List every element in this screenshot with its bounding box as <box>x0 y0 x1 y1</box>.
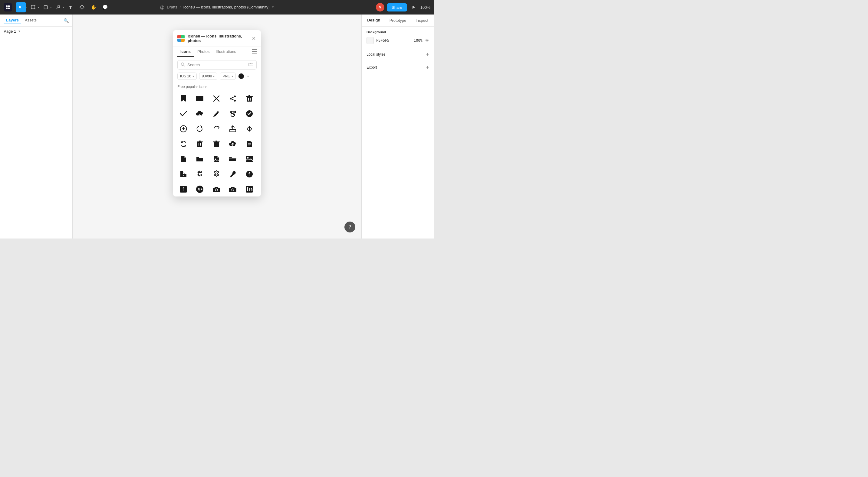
icon-reload[interactable] <box>209 122 224 136</box>
filter-format-chevron: ▾ <box>231 75 233 78</box>
icon-camera[interactable] <box>209 182 224 197</box>
tab-prototype[interactable]: Prototype <box>386 14 410 26</box>
icon-add-circle[interactable] <box>176 122 191 136</box>
icon-refresh[interactable] <box>192 122 207 136</box>
icon-wrench[interactable] <box>225 167 240 181</box>
bg-color-value[interactable]: F5F5F5 <box>376 38 411 43</box>
hand-tool[interactable]: ✋ <box>88 2 99 12</box>
plugin-folder-icon[interactable] <box>248 62 253 67</box>
app-logo[interactable] <box>4 3 12 11</box>
icon-photo-file[interactable] <box>209 152 224 166</box>
background-label: Background <box>367 30 429 34</box>
visibility-toggle[interactable]: 👁 <box>425 38 429 43</box>
plugin-title: Icons8 — icons, illustrations, photos <box>188 34 248 43</box>
help-button[interactable]: ? <box>344 222 355 233</box>
svg-point-16 <box>181 63 184 66</box>
icon-cloud-upload[interactable] <box>225 137 240 151</box>
shape-tool-group: ▾ <box>40 2 52 12</box>
breadcrumb-drafts[interactable]: Drafts <box>167 5 177 9</box>
tab-assets[interactable]: Assets <box>22 16 39 24</box>
plugin-close-button[interactable]: ✕ <box>251 35 257 41</box>
icon-share-all[interactable] <box>242 122 257 136</box>
pen-tool[interactable] <box>53 2 63 12</box>
icon-linkedin[interactable] <box>242 182 257 197</box>
filter-color[interactable] <box>238 73 244 79</box>
background-row: F5F5F5 100% 👁 <box>367 37 429 44</box>
svg-rect-25 <box>247 97 252 102</box>
svg-rect-66 <box>247 188 248 191</box>
icon-bookmark[interactable] <box>176 91 191 106</box>
icon-export[interactable] <box>225 122 240 136</box>
icon-checkmark[interactable] <box>176 106 191 121</box>
breadcrumb-chevron[interactable]: ▾ <box>272 5 274 9</box>
tab-design[interactable]: Design <box>362 14 386 26</box>
icon-trash3[interactable] <box>209 137 224 151</box>
plugin-nav-menu[interactable] <box>252 49 257 55</box>
icon-trash[interactable] <box>242 91 257 106</box>
page-selector[interactable]: Page 1 ▾ <box>0 27 72 36</box>
icon-google-plus[interactable]: G+ <box>192 182 207 197</box>
svg-rect-44 <box>214 142 219 147</box>
svg-point-53 <box>247 157 248 159</box>
svg-rect-42 <box>198 143 199 146</box>
icon-facebook-circle[interactable] <box>242 167 257 181</box>
icon-facebook-square[interactable] <box>176 182 191 197</box>
icon-trash2[interactable] <box>192 137 207 151</box>
icon-camera-roll[interactable] <box>225 182 240 197</box>
pen-tool-group: ▾ <box>53 2 64 12</box>
bg-opacity-value[interactable]: 100% <box>414 38 423 43</box>
icon-image[interactable] <box>242 152 257 166</box>
icon-share[interactable] <box>225 91 240 106</box>
plugin-nav: Icons Photos Illustrations <box>173 47 261 57</box>
tab-layers[interactable]: Layers <box>4 16 21 24</box>
icon-puzzle[interactable] <box>176 167 191 181</box>
comment-tool[interactable]: 💬 <box>100 2 110 12</box>
move-tool[interactable] <box>16 2 26 12</box>
plugin-search-input[interactable] <box>187 63 246 67</box>
icon-cloud-download[interactable] <box>192 106 207 121</box>
filter-size[interactable]: 90×90 ▾ <box>199 73 218 80</box>
user-avatar[interactable]: V <box>376 3 384 11</box>
icon-close[interactable] <box>209 91 224 106</box>
icon-folder[interactable] <box>192 152 207 166</box>
icon-settings[interactable] <box>209 167 224 181</box>
plugin-header: Icons8 — icons, illustrations, photos ✕ <box>173 30 261 47</box>
plugin-search-bar[interactable] <box>177 60 257 70</box>
filter-color-chevron[interactable]: ▾ <box>247 75 249 78</box>
filter-size-label: 90×90 <box>202 74 212 78</box>
icon-no-rotate[interactable] <box>225 106 240 121</box>
frame-tool[interactable] <box>28 2 38 12</box>
breadcrumb-file-title[interactable]: Icons8 — icons, illustrations, photos (C… <box>183 5 269 9</box>
share-button[interactable]: Share <box>387 3 407 11</box>
plugin-filters: iOS 16 ▾ 90×90 ▾ PNG ▾ ▾ <box>173 73 261 83</box>
export-row: Export + <box>362 61 434 74</box>
zoom-level[interactable]: 100% <box>421 5 430 10</box>
svg-rect-37 <box>230 129 236 132</box>
panel-search-icon[interactable]: 🔍 <box>64 18 69 23</box>
icon-check-circle[interactable] <box>242 106 257 121</box>
plugin-tab-illustrations[interactable]: Illustrations <box>213 47 239 57</box>
filter-style[interactable]: iOS 16 ▾ <box>177 73 197 80</box>
icon-file[interactable] <box>176 152 191 166</box>
icon-book[interactable] <box>192 91 207 106</box>
export-add-button[interactable]: + <box>426 65 429 70</box>
svg-rect-52 <box>246 156 253 162</box>
shape-tool[interactable] <box>40 2 51 12</box>
icon-folder-open[interactable] <box>225 152 240 166</box>
icon-file-text[interactable] <box>242 137 257 151</box>
svg-line-24 <box>231 99 234 100</box>
text-tool[interactable]: T <box>65 2 76 12</box>
plugin-tab-icons[interactable]: Icons <box>177 47 194 57</box>
play-button[interactable] <box>409 3 418 11</box>
tab-inspect[interactable]: Inspect <box>410 14 434 26</box>
plugin-tab-photos[interactable]: Photos <box>194 47 213 57</box>
icon-pencil[interactable] <box>209 106 224 121</box>
bg-color-swatch[interactable] <box>367 37 374 44</box>
icon-settings-search[interactable] <box>192 167 207 181</box>
left-panel: Layers Assets 🔍 Page 1 ▾ <box>0 14 73 238</box>
filter-format[interactable]: PNG ▾ <box>220 73 236 80</box>
svg-rect-14 <box>252 51 257 52</box>
components-tool[interactable] <box>77 2 87 12</box>
local-styles-add-button[interactable]: + <box>426 52 429 57</box>
icon-sync[interactable] <box>176 137 191 151</box>
